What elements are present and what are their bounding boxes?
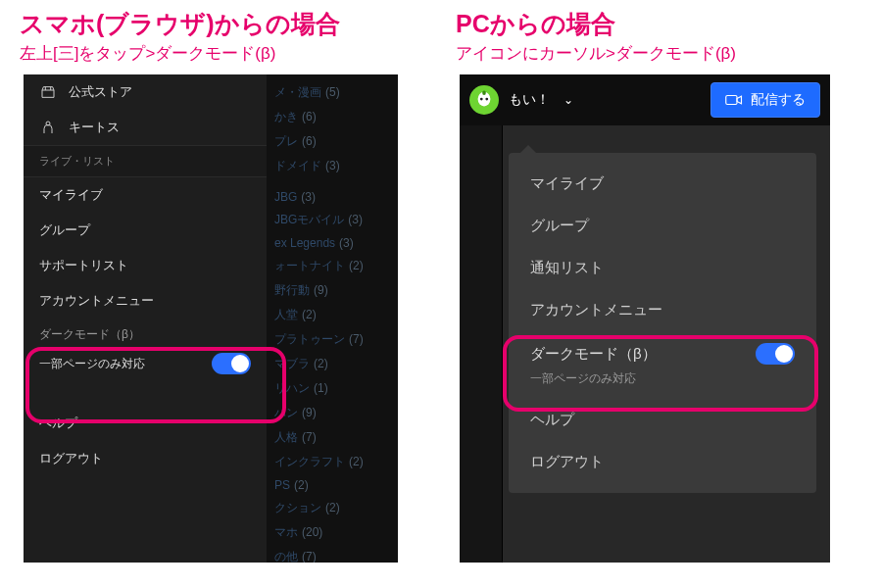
bg-category-item[interactable]: PS(2) xyxy=(267,474,398,496)
sidebar-item-kiitos[interactable]: キートス xyxy=(24,110,267,145)
sidebar-item-help[interactable]: ヘルプ xyxy=(24,406,267,441)
pc-dark-mode-label: ダークモード（β） xyxy=(530,345,657,364)
menu-item-logout[interactable]: ログアウト xyxy=(509,441,816,483)
gift-icon xyxy=(39,119,57,136)
dark-mode-label: ダークモード（β） xyxy=(39,326,251,343)
pc-title: PCからの場合 xyxy=(456,8,848,40)
pc-dropdown-menu: マイライブ グループ 通知リスト アカウントメニュー ダークモード（β） 一部ペ… xyxy=(509,153,816,493)
avatar-name[interactable]: もい！ xyxy=(509,91,550,109)
svg-point-3 xyxy=(480,98,483,101)
sidebar-item-account[interactable]: アカウントメニュー xyxy=(24,283,267,318)
sidebar-item-logout[interactable]: ログアウト xyxy=(24,441,267,476)
mobile-subtitle: 左上[三]をタップ>ダークモード(β) xyxy=(20,42,431,65)
pc-topbar: もい！ ⌄ 配信する xyxy=(460,74,830,125)
svg-point-4 xyxy=(485,98,488,101)
pc-left-strip xyxy=(460,125,503,563)
sidebar-item-mylive[interactable]: マイライブ xyxy=(24,177,267,213)
menu-item-notify[interactable]: 通知リスト xyxy=(509,247,816,289)
mobile-title: スマホ(ブラウザ)からの場合 xyxy=(20,8,431,40)
chevron-down-icon[interactable]: ⌄ xyxy=(564,93,573,107)
mobile-sidebar: 公式ストア キートス ライブ・リスト マイライブ グループ サポートリスト アカ… xyxy=(24,74,267,563)
sidebar-item-label: アカウントメニュー xyxy=(39,292,154,310)
dark-mode-toggle[interactable] xyxy=(212,353,251,374)
store-icon xyxy=(39,83,57,101)
menu-item-group[interactable]: グループ xyxy=(509,205,816,247)
broadcast-label: 配信する xyxy=(751,91,806,109)
bg-category-item[interactable]: プラトゥーン(7) xyxy=(267,327,398,352)
bg-category-item[interactable]: マブラ(2) xyxy=(267,352,398,376)
sidebar-item-label: グループ xyxy=(39,221,90,239)
bg-category-item[interactable]: ォートナイト(2) xyxy=(267,254,398,278)
bg-category-item[interactable]: かき(6) xyxy=(267,105,398,129)
sidebar-item-label: マイライブ xyxy=(39,186,103,204)
bg-category-item[interactable]: インクラフト(2) xyxy=(267,450,398,474)
sidebar-item-label: ヘルプ xyxy=(39,415,77,432)
sidebar-item-group[interactable]: グループ xyxy=(24,213,267,248)
mobile-screenshot: メ・漫画(5)かき(6)プレ(6)ドメイド(3)JBG(3)JBGモバイル(3)… xyxy=(24,74,398,563)
pc-subtitle: アイコンにカーソル>ダークモード(β) xyxy=(456,42,848,65)
pc-dark-mode-toggle[interactable] xyxy=(756,343,795,365)
sidebar-section-label: ライブ・リスト xyxy=(24,145,267,177)
bg-category-item[interactable]: 野行動(9) xyxy=(267,278,398,303)
bg-category-item[interactable]: JBGモバイル(3) xyxy=(267,208,398,232)
background-category-list: メ・漫画(5)かき(6)プレ(6)ドメイド(3)JBG(3)JBGモバイル(3)… xyxy=(267,74,398,563)
pc-dark-mode-block: ダークモード（β） 一部ページのみ対応 xyxy=(509,331,816,399)
bg-category-item[interactable]: マホ(20) xyxy=(267,520,398,545)
menu-item-account[interactable]: アカウントメニュー xyxy=(509,289,816,331)
bg-category-item[interactable]: の他(7) xyxy=(267,545,398,563)
bg-category-item[interactable]: ドメイド(3) xyxy=(267,154,398,178)
sidebar-item-label: サポートリスト xyxy=(39,257,128,274)
bg-category-item[interactable]: ハン(9) xyxy=(267,401,398,425)
svg-point-5 xyxy=(482,90,486,95)
bg-category-item[interactable] xyxy=(267,178,398,186)
sidebar-item-store[interactable]: 公式ストア xyxy=(24,74,267,110)
bg-category-item[interactable]: メ・漫画(5) xyxy=(267,80,398,105)
sidebar-item-label: 公式ストア xyxy=(69,83,132,101)
bg-category-item[interactable]: リハン(1) xyxy=(267,376,398,401)
svg-rect-6 xyxy=(726,96,737,105)
sidebar-item-supportlist[interactable]: サポートリスト xyxy=(24,248,267,283)
bg-category-item[interactable]: ex Legends(3) xyxy=(267,232,398,254)
dark-mode-sub: 一部ページのみ対応 xyxy=(39,356,145,372)
avatar[interactable] xyxy=(469,85,499,115)
bg-category-item[interactable]: 人格(7) xyxy=(267,425,398,450)
menu-arrow-icon xyxy=(520,145,536,153)
sidebar-item-label: ログアウト xyxy=(39,450,103,467)
menu-item-help[interactable]: ヘルプ xyxy=(509,399,816,441)
bg-category-item[interactable]: プレ(6) xyxy=(267,129,398,154)
pc-dark-mode-sub: 一部ページのみ対応 xyxy=(530,370,795,387)
bg-category-item[interactable]: JBG(3) xyxy=(267,186,398,208)
bg-category-item[interactable]: クション(2) xyxy=(267,496,398,520)
bg-category-item[interactable]: 人堂(2) xyxy=(267,303,398,327)
pc-screenshot: もい！ ⌄ 配信する マイライブ グループ 通知リスト アカウントメニュー ダー… xyxy=(460,74,830,563)
camera-icon xyxy=(725,93,743,107)
sidebar-item-label: キートス xyxy=(69,119,120,136)
dark-mode-block: ダークモード（β） 一部ページのみ対応 xyxy=(24,318,267,386)
menu-item-mylive[interactable]: マイライブ xyxy=(509,163,816,205)
broadcast-button[interactable]: 配信する xyxy=(710,82,820,118)
